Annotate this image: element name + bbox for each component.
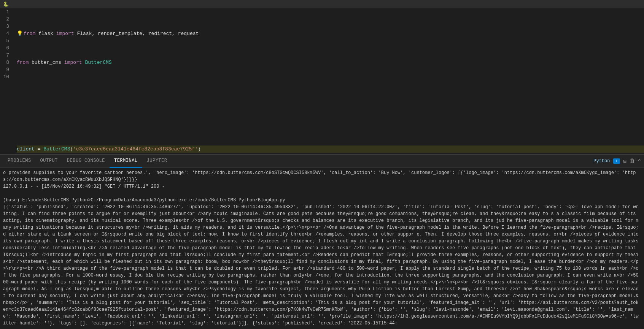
terminal-tab-actions: Python + ⊟ 🗑 ⌃	[593, 158, 641, 164]
code-container: 1 2 3 4 5 6 7 8 9 10 💡from flask import …	[0, 8, 644, 154]
tab-debug-console[interactable]: DEBUG CONSOLE	[62, 155, 110, 168]
code-line-4	[17, 117, 644, 124]
tab-output[interactable]: OUTPUT	[36, 155, 62, 168]
warning-icon: 💡	[17, 30, 23, 37]
terminal-tabs: PROBLEMS OUTPUT DEBUG CONSOLE TERMINAL J…	[0, 155, 644, 168]
tab-terminal[interactable]: TERMINAL	[110, 155, 142, 168]
python-version-badge[interactable]: +	[613, 158, 620, 164]
split-terminal-icon[interactable]: ⊟	[623, 158, 626, 164]
code-line-3	[17, 88, 644, 95]
code-line-5: client = ButterCMS('c3c37caed6eaa3141e46…	[17, 146, 644, 153]
line-numbers: 1 2 3 4 5 6 7 8 9 10	[0, 8, 15, 154]
code-line-1: 💡from flask import Flask, render_templat…	[17, 30, 644, 37]
tab-problems[interactable]: PROBLEMS	[3, 155, 36, 168]
maximize-panel-icon[interactable]: ⌃	[638, 158, 641, 164]
title-bar: 🐍	[0, 0, 644, 8]
file-icon: 🐍	[3, 2, 9, 7]
editor-area: 1 2 3 4 5 6 7 8 9 10 💡from flask import …	[0, 8, 644, 154]
python-label: Python	[593, 158, 610, 164]
tab-jupyter[interactable]: JUPYTER	[142, 155, 172, 168]
kill-terminal-icon[interactable]: 🗑	[630, 158, 635, 164]
code-line-2: from butter_cms import ButterCMS	[17, 59, 644, 66]
code-lines: 💡from flask import Flask, render_templat…	[15, 8, 644, 154]
terminal-panel: PROBLEMS OUTPUT DEBUG CONSOLE TERMINAL J…	[0, 154, 644, 329]
terminal-content[interactable]: o provides supplies to your favorite car…	[0, 168, 644, 329]
